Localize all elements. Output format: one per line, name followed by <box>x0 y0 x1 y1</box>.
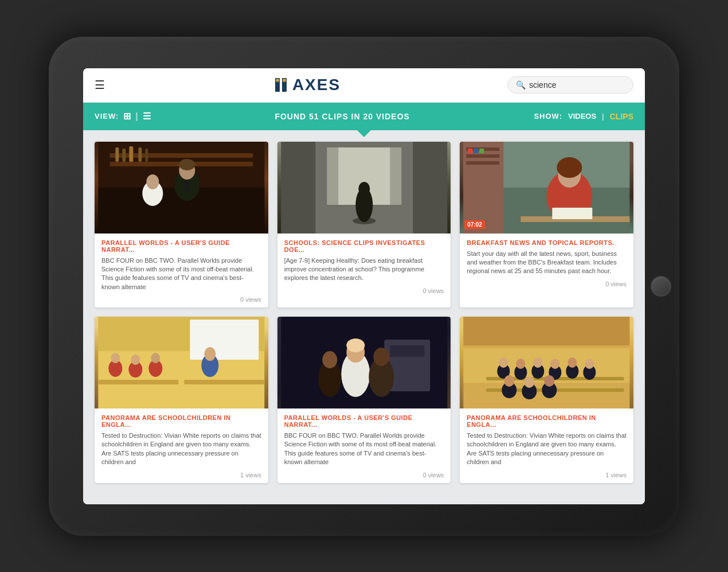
video-card[interactable]: SCHOOLS: SCIENCE CLIPS INVESTIGATES DOE.… <box>277 142 451 308</box>
video-info: PARALLEL WORLDS - A USER'S GUIDE NARRAT.… <box>277 408 451 483</box>
svg-point-46 <box>111 353 120 363</box>
video-title: BREAKFAST NEWS AND TOPICAL REPORTS. <box>467 239 627 246</box>
video-thumbnail <box>95 142 268 234</box>
svg-point-37 <box>557 157 582 178</box>
video-thumbnail <box>277 317 451 408</box>
video-info: PANORAMA ARE SCHOOLCHILDREN IN ENGLA... … <box>95 408 268 483</box>
video-description: BBC FOUR on BBC TWO. Parallel Worlds pro… <box>101 256 261 292</box>
svg-point-70 <box>499 357 508 368</box>
duration-badge: 07:02 <box>464 220 485 229</box>
search-icon: 🔍 <box>516 80 526 90</box>
video-description: [Age 7-9] Keeping Healthy: Does eating b… <box>284 256 444 283</box>
video-thumbnail <box>460 317 633 408</box>
video-description: Tested to Destruction: Vivian White repo… <box>467 431 627 467</box>
video-info: PANORAMA ARE SCHOOLCHILDREN IN ENGLA... … <box>460 408 633 483</box>
video-title: PARALLEL WORLDS - A USER'S GUIDE NARRAT.… <box>101 239 261 253</box>
list-view-button[interactable]: ☰ <box>143 111 151 122</box>
tablet-frame: ☰ AXES 🔍 VIEW: ⊞ | ☰ <box>49 37 679 536</box>
video-views: 1 views <box>467 472 627 478</box>
svg-rect-33 <box>474 149 479 153</box>
svg-rect-10 <box>129 146 133 162</box>
svg-point-48 <box>131 355 140 365</box>
video-card[interactable]: PARALLEL WORLDS - A USER'S GUIDE NARRAT.… <box>277 317 451 483</box>
svg-rect-32 <box>468 149 473 153</box>
video-views: 0 views <box>284 287 444 294</box>
search-input[interactable] <box>529 80 621 90</box>
home-button[interactable] <box>651 276 671 297</box>
svg-point-84 <box>525 376 535 388</box>
thumb-art <box>277 317 451 408</box>
video-card[interactable]: PANORAMA ARE SCHOOLCHILDREN IN ENGLA... … <box>95 317 268 483</box>
video-grid: PARALLEL WORLDS - A USER'S GUIDE NARRAT.… <box>95 142 633 483</box>
svg-point-61 <box>373 348 389 366</box>
svg-point-82 <box>504 375 515 387</box>
svg-rect-43 <box>98 380 178 384</box>
svg-rect-56 <box>390 345 424 357</box>
video-description: Start your day with all the latest news,… <box>467 250 627 276</box>
svg-rect-42 <box>190 320 259 360</box>
grid-view-button[interactable]: ⊞ <box>123 111 131 122</box>
show-videos-button[interactable]: VIDEOS <box>568 112 596 120</box>
thumb-art <box>460 142 633 234</box>
video-description: BBC FOUR on BBC TWO. Parallel Worlds pro… <box>284 431 444 467</box>
svg-point-50 <box>151 353 160 363</box>
content-area: PARALLEL WORLDS - A USER'S GUIDE NARRAT.… <box>83 130 645 504</box>
video-description: Tested to Destruction: Vivian White repo… <box>101 431 261 467</box>
app-logo: AXES <box>272 76 340 94</box>
video-title: SCHOOLS: SCIENCE CLIPS INVESTIGATES DOE.… <box>284 239 444 253</box>
hamburger-menu[interactable]: ☰ <box>95 78 105 92</box>
show-controls: SHOW: VIDEOS | CLIPS <box>534 112 633 121</box>
svg-rect-9 <box>122 149 126 162</box>
video-views: 0 views <box>101 296 261 303</box>
svg-point-3 <box>283 79 286 82</box>
svg-rect-30 <box>467 154 500 158</box>
svg-point-24 <box>358 182 370 196</box>
svg-rect-12 <box>145 149 148 162</box>
toolbar: VIEW: ⊞ | ☰ FOUND 51 CLIPS IN 20 VIDEOS … <box>83 103 645 130</box>
video-thumbnail <box>277 142 451 234</box>
logo-text: AXES <box>292 76 340 94</box>
svg-point-80 <box>585 359 594 369</box>
svg-rect-44 <box>184 380 264 384</box>
video-thumbnail: 07:02 <box>460 142 633 234</box>
show-clips-button[interactable]: CLIPS <box>610 112 633 121</box>
video-card[interactable]: PANORAMA ARE SCHOOLCHILDREN IN ENGLA... … <box>460 317 633 483</box>
show-label: SHOW: <box>534 112 562 120</box>
svg-rect-11 <box>138 147 142 162</box>
svg-point-52 <box>204 347 216 361</box>
video-thumbnail <box>95 317 268 408</box>
svg-rect-65 <box>464 317 630 345</box>
results-info: FOUND 51 CLIPS IN 20 VIDEOS <box>275 112 410 121</box>
svg-rect-8 <box>115 147 119 162</box>
thumb-art <box>95 142 268 234</box>
svg-point-72 <box>516 359 526 369</box>
thumb-art <box>460 317 633 408</box>
video-title: PARALLEL WORLDS - A USER'S GUIDE NARRAT.… <box>284 414 444 428</box>
video-info: PARALLEL WORLDS - A USER'S GUIDE NARRAT.… <box>95 234 268 308</box>
video-card[interactable]: 07:02 BREAKFAST NEWS AND TOPICAL REPORTS… <box>460 142 633 308</box>
svg-rect-39 <box>553 208 593 219</box>
view-label: VIEW: <box>95 112 119 120</box>
svg-point-59 <box>346 338 365 352</box>
video-views: 0 views <box>467 281 627 287</box>
video-views: 1 views <box>101 472 261 478</box>
svg-rect-34 <box>480 149 484 153</box>
video-views: 0 views <box>284 472 444 478</box>
svg-point-63 <box>322 351 337 368</box>
video-card[interactable]: PARALLEL WORLDS - A USER'S GUIDE NARRAT.… <box>95 142 268 308</box>
video-title: PANORAMA ARE SCHOOLCHILDREN IN ENGLA... <box>467 414 627 428</box>
svg-point-86 <box>545 375 555 387</box>
app-header: ☰ AXES 🔍 <box>83 68 645 103</box>
view-controls: VIEW: ⊞ | ☰ <box>95 111 151 122</box>
svg-point-78 <box>568 357 577 368</box>
svg-point-2 <box>276 79 279 82</box>
video-title: PANORAMA ARE SCHOOLCHILDREN IN ENGLA... <box>101 414 261 428</box>
svg-point-25 <box>353 217 375 224</box>
svg-point-76 <box>551 359 560 369</box>
thumb-art <box>277 142 451 234</box>
tablet-screen: ☰ AXES 🔍 VIEW: ⊞ | ☰ <box>83 68 645 504</box>
svg-point-74 <box>534 357 543 368</box>
video-info: SCHOOLS: SCIENCE CLIPS INVESTIGATES DOE.… <box>277 234 451 299</box>
view-divider: | <box>135 111 138 122</box>
show-type-divider: | <box>602 112 604 120</box>
